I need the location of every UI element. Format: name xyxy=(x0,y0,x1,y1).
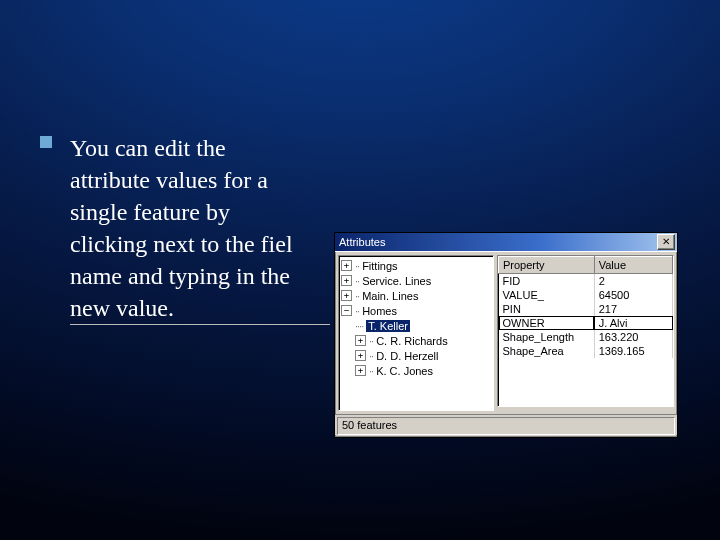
close-icon: ✕ xyxy=(662,237,670,247)
tree-connector-icon: ···· xyxy=(355,320,363,332)
tree-label: T. Keller xyxy=(366,320,410,332)
expand-icon[interactable]: + xyxy=(341,275,352,286)
expand-icon[interactable]: + xyxy=(341,290,352,301)
prop-value-editing[interactable]: J. Alvi xyxy=(594,316,672,330)
table-header-row: Property Value xyxy=(499,257,673,274)
tree-connector-icon: ·· xyxy=(369,335,373,347)
table-row[interactable]: PIN217 xyxy=(499,302,673,316)
tree-node-homes[interactable]: −··Homes xyxy=(341,303,491,318)
tree-child[interactable]: +··C. R. Richards xyxy=(341,333,491,348)
property-table: Property Value FID2 VALUE_64500 PIN217 O… xyxy=(498,256,673,358)
tree-connector-icon: ·· xyxy=(355,275,359,287)
table-row[interactable]: FID2 xyxy=(499,274,673,289)
tree-connector-icon: ·· xyxy=(369,365,373,377)
prop-name: Shape_Area xyxy=(499,344,595,358)
prop-value[interactable]: 217 xyxy=(594,302,672,316)
status-bar: 50 features xyxy=(335,414,677,435)
prop-value[interactable]: 163.220 xyxy=(594,330,672,344)
prop-name: OWNER xyxy=(499,316,595,330)
attributes-window: Attributes ✕ +··Fittings +··Service. Lin… xyxy=(334,232,678,438)
tree-child-selected[interactable]: ····T. Keller xyxy=(341,318,491,333)
bullet-line: single feature by xyxy=(70,196,330,228)
bullet-item: You can edit the attribute values for a … xyxy=(40,132,340,325)
tree-label: K. C. Jones xyxy=(376,365,433,377)
prop-value[interactable]: 1369.165 xyxy=(594,344,672,358)
tree-connector-icon: ·· xyxy=(355,305,359,317)
tree-label: Homes xyxy=(362,305,397,317)
prop-name: Shape_Length xyxy=(499,330,595,344)
expand-icon[interactable]: + xyxy=(355,350,366,361)
bullet-square-icon xyxy=(40,136,52,148)
tree-node-servicelines[interactable]: +··Service. Lines xyxy=(341,273,491,288)
table-row[interactable]: VALUE_64500 xyxy=(499,288,673,302)
bullet-text: You can edit the attribute values for a … xyxy=(70,132,330,325)
tree-node-mainlines[interactable]: +··Main. Lines xyxy=(341,288,491,303)
expand-icon[interactable]: + xyxy=(341,260,352,271)
bullet-line: clicking next to the fiel xyxy=(70,228,330,260)
prop-value[interactable]: 64500 xyxy=(594,288,672,302)
close-button[interactable]: ✕ xyxy=(657,234,675,250)
table-row[interactable]: Shape_Length163.220 xyxy=(499,330,673,344)
slide-background: You can edit the attribute values for a … xyxy=(0,0,720,540)
tree-child[interactable]: +··D. D. Herzell xyxy=(341,348,491,363)
col-header-property[interactable]: Property xyxy=(499,257,595,274)
tree-label: Fittings xyxy=(362,260,397,272)
titlebar[interactable]: Attributes ✕ xyxy=(335,233,677,251)
col-header-value[interactable]: Value xyxy=(594,257,672,274)
window-title: Attributes xyxy=(339,233,385,251)
window-body: +··Fittings +··Service. Lines +··Main. L… xyxy=(335,251,677,414)
layer-tree[interactable]: +··Fittings +··Service. Lines +··Main. L… xyxy=(338,255,494,411)
status-text: 50 features xyxy=(337,417,675,435)
tree-label: C. R. Richards xyxy=(376,335,448,347)
tree-label: D. D. Herzell xyxy=(376,350,438,362)
prop-value[interactable]: 2 xyxy=(594,274,672,289)
bullet-line: attribute values for a xyxy=(70,164,330,196)
collapse-icon[interactable]: − xyxy=(341,305,352,316)
prop-name: PIN xyxy=(499,302,595,316)
expand-icon[interactable]: + xyxy=(355,365,366,376)
tree-connector-icon: ·· xyxy=(355,290,359,302)
bullet-line: name and typing in the xyxy=(70,260,330,292)
prop-name: FID xyxy=(499,274,595,289)
tree-connector-icon: ·· xyxy=(355,260,359,272)
table-row[interactable]: Shape_Area1369.165 xyxy=(499,344,673,358)
bullet-line: You can edit the xyxy=(70,132,330,164)
tree-node-fittings[interactable]: +··Fittings xyxy=(341,258,491,273)
prop-name: VALUE_ xyxy=(499,288,595,302)
bullet-line: new value. xyxy=(70,292,330,325)
tree-label: Main. Lines xyxy=(362,290,418,302)
tree-label: Service. Lines xyxy=(362,275,431,287)
property-grid[interactable]: Property Value FID2 VALUE_64500 PIN217 O… xyxy=(497,255,674,407)
tree-connector-icon: ·· xyxy=(369,350,373,362)
tree-child[interactable]: +··K. C. Jones xyxy=(341,363,491,378)
table-row-selected[interactable]: OWNERJ. Alvi xyxy=(499,316,673,330)
expand-icon[interactable]: + xyxy=(355,335,366,346)
